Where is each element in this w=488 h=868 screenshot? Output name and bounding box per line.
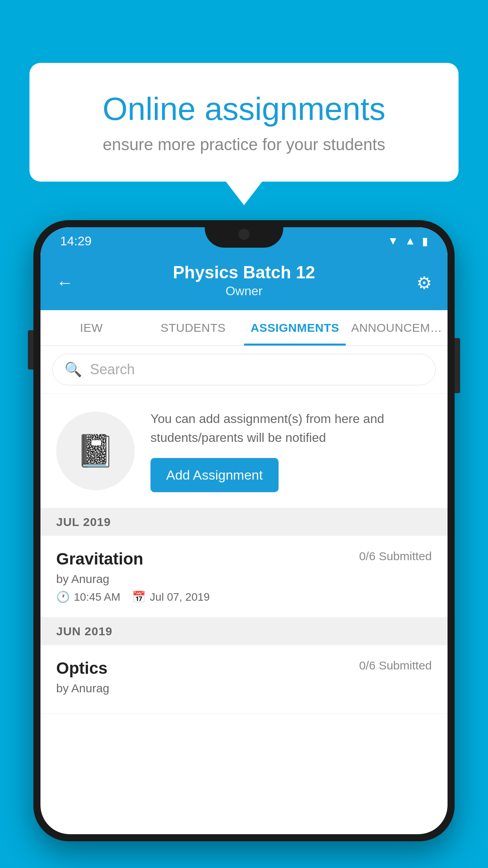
assignment-by-optics: by Anurag xyxy=(56,682,432,695)
tab-bar: IEW STUDENTS ASSIGNMENTS ANNOUNCEM… xyxy=(40,310,448,346)
tab-students[interactable]: STUDENTS xyxy=(142,310,244,346)
header-title: Physics Batch 12 xyxy=(56,263,432,282)
wifi-icon: ▼ xyxy=(388,235,399,247)
promo-icon-circle: 📓 xyxy=(56,412,135,490)
calendar-icon: 📅 xyxy=(132,590,146,603)
battery-icon: ▮ xyxy=(422,235,428,248)
phone-container: 14:29 ▼ ▲ ▮ ← Physics Batch 12 Owner ⚙ xyxy=(33,220,455,841)
signal-icon: ▲ xyxy=(405,235,416,247)
settings-button[interactable]: ⚙ xyxy=(416,272,432,292)
assignment-name-optics: Optics xyxy=(56,659,108,678)
assignment-submitted: 0/6 Submitted xyxy=(359,550,432,563)
search-icon: 🔍 xyxy=(64,361,82,378)
section-header-jun: JUN 2019 xyxy=(40,618,448,645)
phone-frame: 14:29 ▼ ▲ ▮ ← Physics Batch 12 Owner ⚙ xyxy=(33,220,455,841)
speech-bubble-subtitle: ensure more practice for your students xyxy=(61,135,427,154)
assignment-name: Gravitation xyxy=(56,550,143,568)
app-header: ← Physics Batch 12 Owner ⚙ xyxy=(40,255,448,310)
assignment-time-value: 10:45 AM xyxy=(74,591,120,603)
header-title-block: Physics Batch 12 Owner xyxy=(56,263,432,298)
side-button-left xyxy=(28,330,33,370)
search-bar[interactable]: 🔍 Search xyxy=(52,354,436,385)
speech-bubble-title: Online assignments xyxy=(61,90,427,127)
promo-text: You can add assignment(s) from here and … xyxy=(150,409,432,447)
tab-iew[interactable]: IEW xyxy=(40,310,142,346)
side-button-right xyxy=(455,338,460,393)
notebook-icon: 📓 xyxy=(76,432,115,469)
speech-bubble-container: Online assignments ensure more practice … xyxy=(29,63,459,182)
assignment-top: Gravitation 0/6 Submitted xyxy=(56,550,432,568)
promo-content: You can add assignment(s) from here and … xyxy=(150,409,432,492)
assignment-by: by Anurag xyxy=(56,572,432,586)
back-button[interactable]: ← xyxy=(56,273,73,292)
clock-icon: 🕐 xyxy=(56,590,70,603)
status-time: 14:29 xyxy=(60,234,92,248)
add-assignment-button[interactable]: Add Assignment xyxy=(150,458,279,492)
speech-bubble: Online assignments ensure more practice … xyxy=(29,63,459,182)
tab-announcements[interactable]: ANNOUNCEM… xyxy=(346,310,448,346)
phone-notch xyxy=(205,220,283,248)
assignment-item-gravitation[interactable]: Gravitation 0/6 Submitted by Anurag 🕐 10… xyxy=(40,536,448,618)
phone-screen: 14:29 ▼ ▲ ▮ ← Physics Batch 12 Owner ⚙ xyxy=(40,227,448,834)
header-subtitle: Owner xyxy=(56,284,432,298)
assignment-top-optics: Optics 0/6 Submitted xyxy=(56,659,432,678)
tab-assignments[interactable]: ASSIGNMENTS xyxy=(244,310,346,346)
assignment-submitted-optics: 0/6 Submitted xyxy=(359,659,432,672)
phone-camera xyxy=(238,229,250,240)
status-icons: ▼ ▲ ▮ xyxy=(388,235,428,248)
assignment-date-value: Jul 07, 2019 xyxy=(150,591,210,603)
section-header-jul: JUL 2019 xyxy=(40,508,448,536)
assignment-item-optics[interactable]: Optics 0/6 Submitted by Anurag xyxy=(40,645,448,714)
assignment-meta: 🕐 10:45 AM 📅 Jul 07, 2019 xyxy=(56,590,432,603)
promo-section: 📓 You can add assignment(s) from here an… xyxy=(40,394,448,508)
assignment-date: 📅 Jul 07, 2019 xyxy=(132,590,210,603)
assignment-time: 🕐 10:45 AM xyxy=(56,590,120,603)
search-placeholder: Search xyxy=(90,361,135,378)
search-container: 🔍 Search xyxy=(40,346,448,394)
